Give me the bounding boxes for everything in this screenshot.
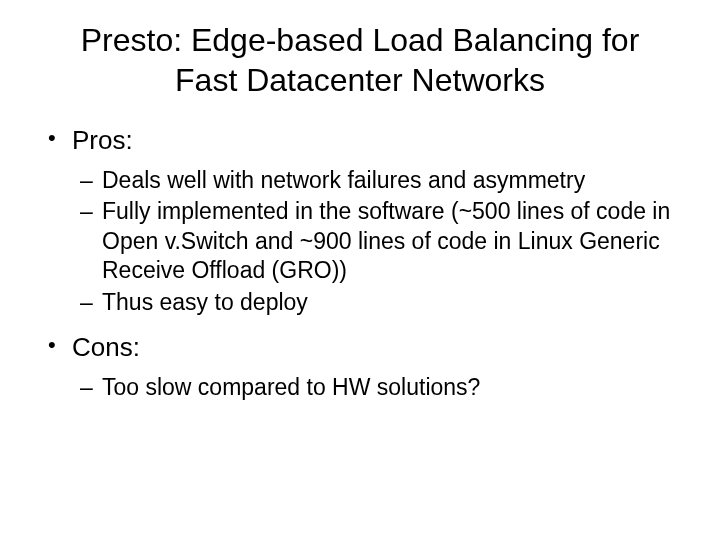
- content-list: Pros: Deals well with network failures a…: [30, 124, 690, 402]
- pros-item: Deals well with network failures and asy…: [30, 166, 690, 195]
- pros-item: Thus easy to deploy: [30, 288, 690, 317]
- slide-title: Presto: Edge-based Load Balancing for Fa…: [30, 20, 690, 100]
- pros-item: Fully implemented in the software (~500 …: [30, 197, 690, 285]
- cons-heading: Cons:: [30, 331, 690, 365]
- cons-item: Too slow compared to HW solutions?: [30, 373, 690, 402]
- pros-heading: Pros:: [30, 124, 690, 158]
